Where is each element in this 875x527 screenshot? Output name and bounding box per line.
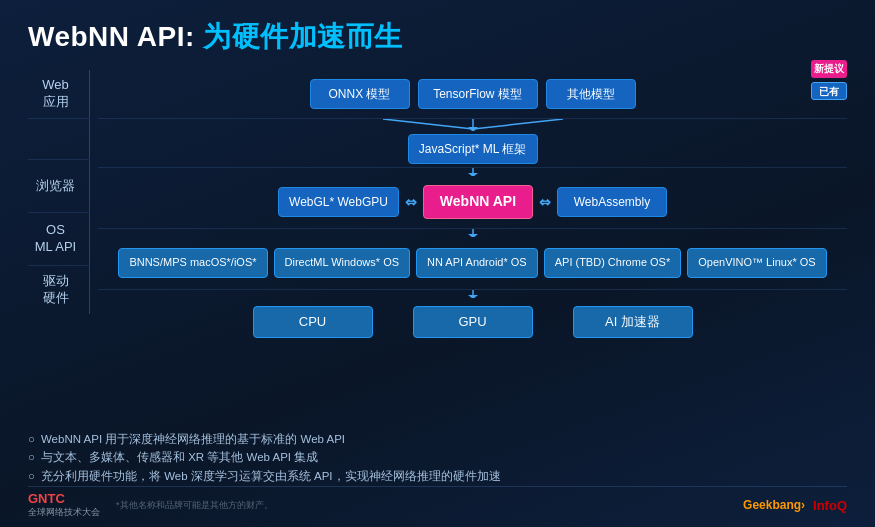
label-os-ml-api: OSML API bbox=[28, 213, 90, 265]
note-1: ○ WebNN API 用于深度神经网络推理的基于标准的 Web API bbox=[28, 430, 847, 448]
row-hardware: CPU GPU AI 加速器 bbox=[98, 298, 847, 346]
down-arrow3-svg bbox=[463, 290, 483, 298]
box-webgl-webgpu: WebGL* WebGPU bbox=[278, 187, 399, 218]
note-2-text: 与文本、多媒体、传感器和 XR 等其他 Web API 集成 bbox=[41, 448, 318, 466]
title-main: WebNN API: bbox=[28, 21, 195, 52]
legend-new-box: 新提议 bbox=[811, 60, 847, 78]
box-openvino: OpenVINO™ Linux* OS bbox=[687, 248, 826, 277]
box-webnn-api: WebNN API bbox=[423, 185, 533, 219]
diagram-container: Web应用 浏览器 OSML API 驱动硬件 ONNX 模型 TensorFl… bbox=[28, 70, 847, 346]
note-2: ○ 与文本、多媒体、传感器和 XR 等其他 Web API 集成 bbox=[28, 448, 847, 466]
note-3-dot: ○ bbox=[28, 467, 35, 485]
note-2-dot: ○ bbox=[28, 448, 35, 466]
content-column: ONNX 模型 TensorFlow 模型 其他模型 JavaScript* M… bbox=[98, 70, 847, 346]
label-web-app: Web应用 bbox=[28, 70, 90, 118]
box-directml: DirectML Windows* OS bbox=[274, 248, 411, 277]
note-1-dot: ○ bbox=[28, 430, 35, 448]
box-js-framework: JavaScript* ML 框架 bbox=[408, 134, 538, 165]
box-tensorflow: TensorFlow 模型 bbox=[418, 79, 538, 110]
model-arrows-svg bbox=[303, 119, 643, 131]
footer-small-note: *其他名称和品牌可能是其他方的财产。 bbox=[116, 499, 273, 512]
legend-new: 新提议 bbox=[811, 60, 847, 78]
row-js-framework: JavaScript* ML 框架 bbox=[98, 119, 847, 167]
footer-left: GNTC 全球网络技术大会 *其他名称和品牌可能是其他方的财产。 bbox=[28, 491, 273, 519]
arrow-to-os bbox=[98, 229, 847, 237]
logo-sub: 全球网络技术大会 bbox=[28, 506, 100, 519]
label-browser: 浏览器 bbox=[28, 160, 90, 212]
box-other-model: 其他模型 bbox=[546, 79, 636, 110]
label-hw-driver: 驱动硬件 bbox=[28, 266, 90, 314]
geekbang-brand: Geekbang› bbox=[743, 498, 805, 512]
double-arrow-right: ⇔ bbox=[539, 194, 551, 210]
legend: 新提议 已有 bbox=[811, 60, 847, 100]
box-cpu: CPU bbox=[253, 306, 373, 338]
logo-text: GNTC bbox=[28, 491, 65, 506]
legend-existing-box: 已有 bbox=[811, 82, 847, 100]
footer: GNTC 全球网络技术大会 *其他名称和品牌可能是其他方的财产。 Geekban… bbox=[28, 486, 847, 519]
double-arrow-left: ⇔ bbox=[405, 194, 417, 210]
title-accent: 为硬件加速而生 bbox=[195, 21, 403, 52]
notes-section: ○ WebNN API 用于深度神经网络推理的基于标准的 Web API ○ 与… bbox=[28, 430, 847, 485]
box-gpu: GPU bbox=[413, 306, 533, 338]
note-1-text: WebNN API 用于深度神经网络推理的基于标准的 Web API bbox=[41, 430, 345, 448]
note-3-text: 充分利用硬件功能，将 Web 深度学习运算交由系统 API，实现神经网络推理的硬… bbox=[41, 467, 501, 485]
infoq-brand: InfoQ bbox=[813, 498, 847, 513]
svg-line-2 bbox=[473, 119, 563, 129]
box-ai-accelerator: AI 加速器 bbox=[573, 306, 693, 338]
box-webassembly: WebAssembly bbox=[557, 187, 667, 218]
label-empty bbox=[28, 119, 90, 159]
down-arrow2-svg bbox=[463, 229, 483, 237]
row-os-ml-api: BNNS/MPS macOS*/iOS* DirectML Windows* O… bbox=[98, 237, 847, 289]
note-3: ○ 充分利用硬件功能，将 Web 深度学习运算交由系统 API，实现神经网络推理… bbox=[28, 467, 847, 485]
row-models: ONNX 模型 TensorFlow 模型 其他模型 bbox=[98, 70, 847, 118]
legend-existing: 已有 bbox=[811, 82, 847, 100]
gntc-logo: GNTC 全球网络技术大会 bbox=[28, 491, 100, 519]
box-onnx: ONNX 模型 bbox=[310, 79, 410, 110]
box-nn-api: NN API Android* OS bbox=[416, 248, 538, 277]
box-bnns-mps: BNNS/MPS macOS*/iOS* bbox=[118, 248, 267, 277]
down-arrow-svg bbox=[463, 168, 483, 176]
arrow-to-browser bbox=[98, 168, 847, 176]
slide: WebNN API: 为硬件加速而生 新提议 已有 Web应用 浏览器 OSML… bbox=[0, 0, 875, 527]
labels-column: Web应用 浏览器 OSML API 驱动硬件 bbox=[28, 70, 90, 346]
svg-line-0 bbox=[383, 119, 473, 129]
box-api-tbd: API (TBD) Chrome OS* bbox=[544, 248, 682, 277]
slide-title: WebNN API: 为硬件加速而生 bbox=[28, 18, 847, 56]
row-browser: WebGL* WebGPU ⇔ WebNN API ⇔ WebAssembly bbox=[98, 176, 847, 228]
footer-right: Geekbang› InfoQ bbox=[743, 498, 847, 513]
arrow-to-hw bbox=[98, 290, 847, 298]
